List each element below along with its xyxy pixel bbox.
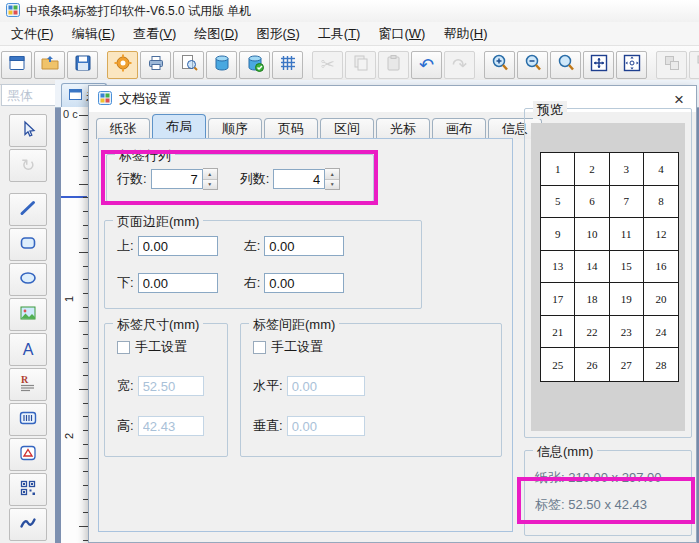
dialog-close-button[interactable]: ×: [671, 91, 687, 108]
fit-page-icon: [589, 53, 609, 77]
label-size-group: 标签尺寸(mm) 手工设置 宽: 高:: [104, 323, 228, 457]
label-gap-manual-checkbox[interactable]: [253, 341, 266, 354]
ellipse-icon: [18, 268, 38, 292]
preview-cell: 20: [644, 283, 678, 316]
margin-right-label: 右:: [244, 274, 261, 292]
preview-cell: 23: [610, 316, 644, 349]
menu-item-v[interactable]: 查看(V): [124, 22, 185, 46]
label-size-manual-checkbox[interactable]: [117, 341, 130, 354]
tool-image-button[interactable]: [9, 298, 47, 331]
dialog-tab-顺序[interactable]: 顺序: [208, 118, 262, 139]
image-icon: [18, 303, 38, 327]
rows-input[interactable]: [151, 169, 203, 189]
fit-width-button[interactable]: [616, 51, 647, 79]
barcode-icon: [18, 408, 38, 432]
fit-page-button[interactable]: [583, 51, 614, 79]
preview-cell: 14: [575, 251, 609, 284]
rows-spin-buttons: ▲ ▼: [203, 168, 218, 190]
page-setup-button[interactable]: [107, 51, 138, 79]
undo-button[interactable]: ↶: [411, 51, 442, 79]
menu-item-e[interactable]: 编辑(E): [63, 22, 124, 46]
preview-cell: 17: [541, 283, 575, 316]
print-preview-button[interactable]: [173, 51, 204, 79]
database-button[interactable]: [206, 51, 237, 79]
tool-barcode-button[interactable]: [9, 403, 47, 436]
dialog-tab-布局[interactable]: 布局: [152, 114, 206, 139]
zoom-button[interactable]: [550, 51, 581, 79]
margin-left-input[interactable]: [264, 236, 344, 256]
dialog-tab-页码[interactable]: 页码: [264, 118, 318, 139]
cols-spinner: ▲ ▼: [273, 168, 340, 190]
open-file-button[interactable]: [34, 51, 65, 79]
copy-button: [345, 51, 376, 79]
cols-input[interactable]: [273, 169, 325, 189]
menu-item-s[interactable]: 图形(S): [247, 22, 308, 46]
rowcol-group: 标签行列 行数: ▲ ▼ 列数: ▲: [106, 154, 374, 202]
zoom-out-icon: [523, 53, 543, 77]
tool-qrcode-button[interactable]: [9, 473, 47, 506]
preview-cell: 19: [610, 283, 644, 316]
grid-icon: [278, 53, 298, 77]
margins-group-title: 页面边距(mm): [113, 213, 203, 231]
toolbox-separator: [0, 184, 55, 191]
preview-cell: 13: [541, 251, 575, 284]
rows-spin-up[interactable]: ▲: [203, 169, 217, 180]
app-window: 中琅条码标签打印软件-V6.5.0 试用版 单机 文件(F)编辑(E)查看(V)…: [0, 0, 699, 543]
save-button[interactable]: [67, 51, 98, 79]
tool-select-cursor-button[interactable]: [9, 114, 47, 147]
rows-spin-down[interactable]: ▼: [203, 180, 217, 190]
dialog-tab-光标[interactable]: 光标: [376, 118, 430, 139]
ruler-corner-label: 0 c: [63, 108, 78, 120]
save-icon: [73, 53, 93, 77]
cols-spin-buttons: ▲ ▼: [325, 168, 340, 190]
gap-horizontal-input: [287, 376, 365, 396]
preview-cell: 6: [575, 186, 609, 219]
menu-item-d[interactable]: 绘图(D): [185, 22, 247, 46]
rows-spinner: ▲ ▼: [151, 168, 218, 190]
cut-icon: ✂: [320, 56, 334, 74]
ruler-tick: [79, 526, 88, 527]
window-titlebar: 中琅条码标签打印软件-V6.5.0 试用版 单机: [0, 0, 699, 22]
menu-item-w[interactable]: 窗口(W): [369, 22, 434, 46]
tool-rounded-rect-button[interactable]: [9, 228, 47, 261]
zoom-out-button[interactable]: [517, 51, 548, 79]
dialog-tab-纸张[interactable]: 纸张: [96, 118, 150, 139]
ruler-number: 2: [63, 433, 75, 439]
zoom-in-button[interactable]: [484, 51, 515, 79]
cols-spin-up[interactable]: ▲: [325, 169, 339, 180]
preview-cell: 5: [541, 186, 575, 219]
preview-cell: 27: [610, 348, 644, 381]
label-size-manual-label: 手工设置: [135, 338, 187, 356]
new-document-button[interactable]: [1, 51, 32, 79]
menu-item-h[interactable]: 帮助(H): [434, 22, 496, 46]
tool-curve-button[interactable]: [9, 508, 47, 541]
cols-label: 列数:: [240, 170, 270, 188]
tool-text-button[interactable]: A: [9, 333, 47, 366]
database-connect-button[interactable]: [239, 51, 270, 79]
paste-button: [378, 51, 409, 79]
gap-horizontal-label: 水平:: [253, 377, 283, 395]
print-button[interactable]: [140, 51, 171, 79]
margin-bottom-input[interactable]: [138, 273, 218, 293]
dialog-tab-区间[interactable]: 区间: [320, 118, 374, 139]
preview-cell: 24: [644, 316, 678, 349]
cols-spin-down[interactable]: ▼: [325, 180, 339, 190]
cut-button: ✂: [312, 51, 343, 79]
info-label-value: 52.50 x 42.43: [568, 497, 647, 512]
page-setup-icon: [113, 53, 133, 77]
tool-shape-button[interactable]: [9, 438, 47, 471]
dialog-tab-画布[interactable]: 画布: [432, 118, 486, 139]
margin-right-input[interactable]: [264, 273, 344, 293]
tool-line-button[interactable]: [9, 193, 47, 226]
margin-top-input[interactable]: [138, 236, 218, 256]
tool-ellipse-button[interactable]: [9, 263, 47, 296]
menu-item-t[interactable]: 工具(T): [309, 22, 370, 46]
dialog-icon: [98, 91, 112, 108]
menu-item-f[interactable]: 文件(F): [2, 22, 63, 46]
grid-button[interactable]: [272, 51, 303, 79]
document-settings-dialog: 文档设置 × 纸张布局顺序页码区间光标画布信息 标签行列 行数: ▲ ▼: [88, 85, 697, 543]
ruler-tick: [79, 252, 88, 253]
tool-rich-text-button[interactable]: R: [9, 368, 47, 401]
preview-cell: 28: [644, 348, 678, 381]
open-file-icon: [40, 53, 60, 77]
